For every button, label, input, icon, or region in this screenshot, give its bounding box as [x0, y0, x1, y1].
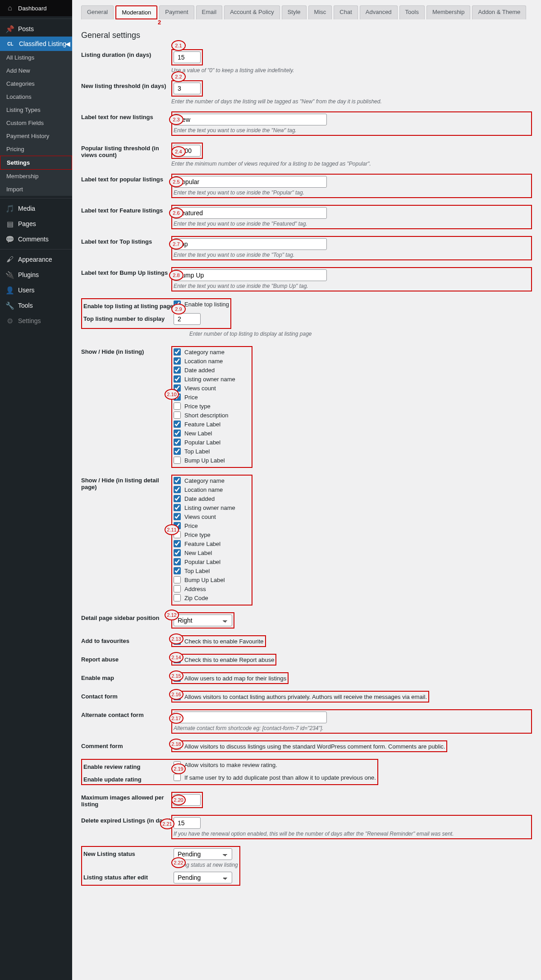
- tab-membership[interactable]: Membership: [426, 5, 471, 19]
- showhide-listing-checkbox-8[interactable]: [174, 421, 181, 428]
- input-label-top[interactable]: [174, 238, 327, 250]
- label-text-popular: Label text for popular listings: [81, 174, 171, 183]
- annotation-2-4: 2.4: [171, 146, 186, 157]
- sidebar-tools[interactable]: 🔧Tools: [0, 298, 72, 313]
- showhide-detail-checkbox-2[interactable]: [174, 495, 181, 502]
- showhide-listing-checkbox-10[interactable]: [174, 439, 181, 446]
- tab-misc[interactable]: Misc: [308, 5, 332, 19]
- annotation-2-20: 2.20: [171, 795, 186, 805]
- showhide-detail-checkbox-8[interactable]: [174, 549, 181, 556]
- input-label-bump[interactable]: [174, 269, 327, 281]
- tab-chat[interactable]: Chat: [334, 5, 358, 19]
- showhide-detail-checkbox-10[interactable]: [174, 567, 181, 574]
- sidebar-sub-listing-types[interactable]: Listing Types: [0, 103, 72, 116]
- showhide-listing-checkbox-11[interactable]: [174, 448, 181, 455]
- select-sidebar-position[interactable]: Right: [174, 615, 232, 626]
- input-delete-expired[interactable]: [174, 817, 201, 829]
- label-text-top: Label text for Top listings: [81, 236, 171, 245]
- sidebar-sub-add-new[interactable]: Add New: [0, 64, 72, 77]
- showhide-detail-label: Date added: [184, 495, 215, 502]
- input-alt-contact[interactable]: [174, 712, 327, 723]
- showhide-detail-label: Location name: [184, 486, 223, 493]
- showhide-detail-option: Popular Label: [174, 558, 250, 565]
- showhide-detail-checkbox-1[interactable]: [174, 486, 181, 493]
- annotation-2-1: 2.1: [171, 40, 186, 51]
- sidebar-sub-membership[interactable]: Membership: [0, 170, 72, 183]
- showhide-detail-checkbox-7[interactable]: [174, 540, 181, 547]
- showhide-listing-checkbox-6[interactable]: [174, 402, 181, 410]
- label-showhide-detail: Show / Hide (in listing detail page): [81, 475, 171, 490]
- main-content: 2 GeneralModerationPaymentEmailAccount &…: [72, 0, 541, 980]
- sidebar-posts[interactable]: 📌Posts: [0, 21, 72, 37]
- label-showhide-listing: Show / Hide (in listing): [81, 346, 171, 355]
- sidebar-sub-settings[interactable]: Settings: [0, 156, 72, 170]
- showhide-detail-checkbox-4[interactable]: [174, 513, 181, 520]
- showhide-detail-option: Feature Label: [174, 540, 250, 547]
- showhide-listing-checkbox-9[interactable]: [174, 430, 181, 437]
- brush-icon: 🖌: [5, 255, 14, 264]
- tab-general[interactable]: General: [81, 5, 114, 19]
- showhide-detail-checkbox-12[interactable]: [174, 585, 181, 592]
- showhide-listing-checkbox-1[interactable]: [174, 357, 181, 365]
- input-listing-duration[interactable]: [174, 51, 201, 63]
- label-contact: Contact form: [81, 691, 171, 700]
- sidebar-settings[interactable]: ⚙Settings: [0, 313, 72, 328]
- cb-label-enable-top: Enable top listing: [184, 301, 229, 308]
- sidebar-media[interactable]: 🎵Media: [0, 201, 72, 216]
- annotation-2-10: 2.10: [165, 389, 179, 400]
- sidebar-classified[interactable]: CLClassified Listing◀: [0, 37, 72, 51]
- input-top-number[interactable]: [174, 313, 201, 325]
- sidebar-sub-custom-fields[interactable]: Custom Fields: [0, 116, 72, 129]
- showhide-detail-checkbox-13[interactable]: [174, 594, 181, 601]
- showhide-listing-checkbox-2[interactable]: [174, 366, 181, 374]
- showhide-detail-checkbox-9[interactable]: [174, 558, 181, 565]
- input-label-popular[interactable]: [174, 176, 327, 188]
- showhide-detail-label: Category name: [184, 477, 225, 484]
- label-max-images: Maximum images allowed per listing: [81, 792, 171, 808]
- desc-popular-threshold: Enter the minimum number of views requir…: [171, 161, 532, 167]
- sidebar-sub-payment-history[interactable]: Payment History: [0, 129, 72, 143]
- tab-email[interactable]: Email: [196, 5, 223, 19]
- sidebar-pages[interactable]: ▤Pages: [0, 216, 72, 231]
- showhide-detail-label: Views count: [184, 513, 216, 520]
- showhide-listing-label: Date added: [184, 367, 215, 374]
- showhide-detail-option: Date added: [174, 495, 250, 502]
- tab-style[interactable]: Style: [282, 5, 307, 19]
- showhide-listing-checkbox-3[interactable]: [174, 375, 181, 383]
- showhide-detail-checkbox-3[interactable]: [174, 504, 181, 511]
- annotation-2-12: 2.12: [165, 610, 179, 620]
- input-new-threshold[interactable]: [174, 83, 201, 94]
- select-edit-status[interactable]: Pending: [174, 872, 232, 883]
- label-map: Enable map: [81, 672, 171, 681]
- input-label-new[interactable]: [174, 114, 327, 125]
- showhide-listing-checkbox-7[interactable]: [174, 411, 181, 419]
- showhide-listing-checkbox-12[interactable]: [174, 457, 181, 464]
- sidebar-sub-import[interactable]: Import: [0, 183, 72, 196]
- sidebar-sub-locations[interactable]: Locations: [0, 90, 72, 103]
- sidebar-sub-pricing[interactable]: Pricing: [0, 143, 72, 156]
- sidebar-sub-categories[interactable]: Categories: [0, 77, 72, 90]
- label-sidebar-position: Detail page sidebar position: [81, 612, 171, 621]
- tab-tools[interactable]: Tools: [399, 5, 425, 19]
- showhide-detail-checkbox-0[interactable]: [174, 477, 181, 484]
- sidebar-appearance[interactable]: 🖌Appearance: [0, 252, 72, 267]
- showhide-listing-checkbox-0[interactable]: [174, 348, 181, 356]
- tab-addon-theme[interactable]: Addon & Theme: [472, 5, 526, 19]
- tab-advanced[interactable]: Advanced: [360, 5, 398, 19]
- showhide-listing-label: Bump Up Label: [184, 457, 225, 464]
- label-comment: Comment form: [81, 740, 171, 749]
- tab-payment[interactable]: Payment: [159, 5, 194, 19]
- sidebar-sub-all-listings[interactable]: All Listings: [0, 51, 72, 64]
- sidebar-users[interactable]: 👤Users: [0, 282, 72, 298]
- tab-moderation[interactable]: Moderation: [115, 5, 157, 19]
- showhide-detail-option: Views count: [174, 513, 250, 520]
- wrench-icon: 🔧: [5, 301, 14, 310]
- showhide-listing-option: Popular Label: [174, 439, 250, 446]
- showhide-detail-checkbox-11[interactable]: [174, 576, 181, 583]
- dashboard-link[interactable]: ⌂Dashboard: [0, 0, 72, 16]
- sidebar-comments[interactable]: 💬Comments: [0, 231, 72, 247]
- sidebar-plugins[interactable]: 🔌Plugins: [0, 267, 72, 282]
- input-label-feature[interactable]: [174, 207, 327, 219]
- tab-account-policy[interactable]: Account & Policy: [224, 5, 280, 19]
- checkbox-update[interactable]: [174, 774, 181, 781]
